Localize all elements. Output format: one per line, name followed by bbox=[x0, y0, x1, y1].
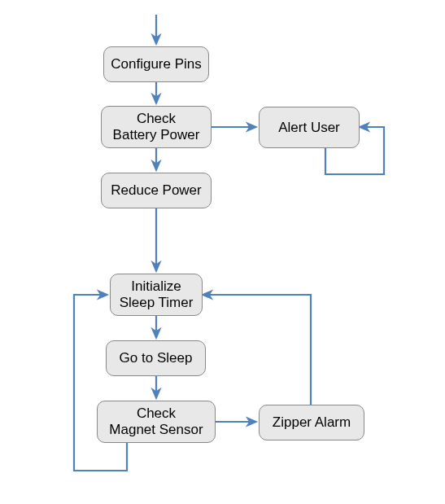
edge-layer bbox=[0, 0, 445, 504]
flow-node-label: Zipper Alarm bbox=[273, 414, 351, 431]
flow-node-label: Reduce Power bbox=[111, 182, 202, 199]
flow-node-alert-user: Alert User bbox=[259, 107, 360, 148]
flow-node-label: Check Magnet Sensor bbox=[109, 405, 203, 437]
flow-node-configure-pins: Configure Pins bbox=[103, 46, 209, 82]
flow-node-initialize-timer: Initialize Sleep Timer bbox=[110, 274, 203, 316]
flow-node-label: Initialize Sleep Timer bbox=[120, 278, 194, 310]
flow-node-check-battery: Check Battery Power bbox=[101, 106, 212, 148]
flow-node-label: Check Battery Power bbox=[113, 111, 200, 142]
flow-node-go-to-sleep: Go to Sleep bbox=[106, 340, 206, 376]
flow-node-label: Go to Sleep bbox=[120, 350, 193, 366]
flow-node-reduce-power: Reduce Power bbox=[101, 173, 212, 208]
flow-node-check-magnet: Check Magnet Sensor bbox=[97, 401, 216, 443]
flow-node-zipper-alarm: Zipper Alarm bbox=[259, 405, 364, 440]
flow-edge bbox=[74, 295, 127, 471]
flow-node-label: Alert User bbox=[278, 120, 340, 136]
flow-edge bbox=[203, 295, 311, 405]
flow-node-label: Configure Pins bbox=[111, 56, 202, 72]
flowchart-canvas: Configure PinsCheck Battery PowerAlert U… bbox=[0, 0, 445, 504]
